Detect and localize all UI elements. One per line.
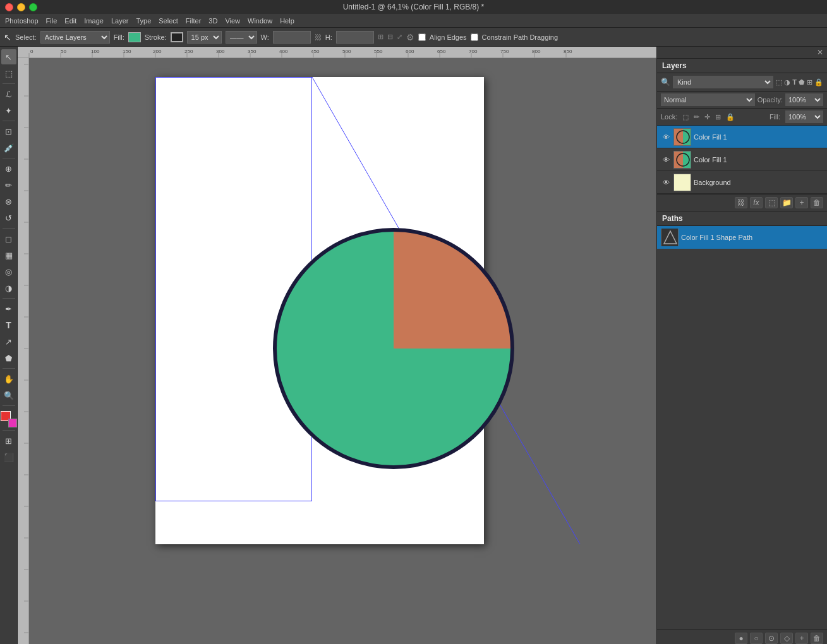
- tool-spot-healing[interactable]: ⊕: [1, 161, 16, 176]
- stroke-type-select[interactable]: ——: [226, 31, 257, 44]
- link-icon: ⛓: [315, 33, 322, 41]
- maximize-button[interactable]: [29, 3, 37, 11]
- tool-history-brush[interactable]: ↺: [1, 210, 16, 225]
- path-fill-btn[interactable]: ●: [735, 633, 747, 644]
- path-delete-btn[interactable]: 🗑: [811, 633, 823, 644]
- tool-extra[interactable]: ⊞: [1, 433, 16, 448]
- lock-position-icon[interactable]: ✛: [704, 113, 710, 121]
- lock-transparency-icon[interactable]: ⬚: [682, 113, 689, 121]
- svg-text:450: 450: [311, 49, 320, 54]
- background-color[interactable]: [8, 419, 17, 427]
- minimize-button[interactable]: [17, 3, 25, 11]
- kind-pixel-icon[interactable]: ⬚: [776, 78, 782, 86]
- tool-blur[interactable]: ◎: [1, 264, 16, 279]
- path-item-0[interactable]: Color Fill 1 Shape Path: [657, 226, 827, 249]
- tool-eyedropper[interactable]: 💉: [1, 140, 16, 155]
- path-thumb-0: [661, 229, 679, 246]
- kind-locked-icon[interactable]: 🔒: [814, 78, 823, 86]
- new-fill-btn[interactable]: ⬚: [765, 197, 778, 208]
- menu-file[interactable]: File: [46, 17, 57, 25]
- tool-pen[interactable]: ✒: [1, 301, 16, 316]
- settings-icon[interactable]: ⚙: [406, 32, 414, 42]
- close-button[interactable]: [5, 3, 13, 11]
- menu-photoshop[interactable]: Photoshop: [5, 17, 39, 25]
- menu-edit[interactable]: Edit: [64, 17, 76, 25]
- tool-separator-4: [3, 228, 15, 229]
- canvas-area[interactable]: [29, 58, 656, 644]
- layer-item-1[interactable]: 👁 Color Fill 1: [657, 148, 827, 171]
- menu-help[interactable]: Help: [280, 17, 294, 25]
- layer-item-0[interactable]: 👁 Color Fill 1: [657, 126, 827, 148]
- w-input[interactable]: 894,56: [273, 31, 311, 44]
- fill-swatch[interactable]: [128, 32, 141, 42]
- tool-zoom[interactable]: 🔍: [1, 388, 16, 403]
- delete-layer-btn[interactable]: 🗑: [811, 197, 823, 208]
- kind-icons: ⬚ ◑ T ⬟ ⊞ 🔒: [776, 78, 823, 86]
- path-mask-btn[interactable]: ◇: [780, 633, 793, 644]
- kind-shape-icon[interactable]: ⬟: [799, 78, 805, 86]
- tool-dodge[interactable]: ◑: [1, 280, 16, 295]
- tool-move[interactable]: ↖: [1, 49, 16, 64]
- tool-hand[interactable]: ✋: [1, 371, 16, 386]
- tool-path-selection[interactable]: ↗: [1, 334, 16, 349]
- tool-marquee[interactable]: ⬚: [1, 66, 16, 81]
- layer-visibility-0[interactable]: 👁: [661, 132, 671, 142]
- new-group-btn[interactable]: 📁: [780, 197, 793, 208]
- lock-all-icon[interactable]: 🔒: [726, 113, 735, 121]
- kind-adjustment-icon[interactable]: ◑: [784, 78, 790, 86]
- color-swatches[interactable]: [1, 411, 17, 427]
- ruler-top-svg: 0 50 100 150 200 250 300 350 400 450 500…: [18, 47, 656, 58]
- menu-select[interactable]: Select: [159, 17, 178, 25]
- kind-type-icon[interactable]: T: [792, 78, 797, 86]
- tool-gradient[interactable]: ▦: [1, 247, 16, 263]
- menu-layer[interactable]: Layer: [111, 17, 129, 25]
- blend-mode-select[interactable]: Normal: [661, 93, 755, 106]
- tool-shape[interactable]: ⬟: [1, 350, 16, 366]
- path-new-btn[interactable]: +: [795, 633, 808, 644]
- tool-extra2[interactable]: ⬛: [1, 450, 16, 465]
- link-layers-btn[interactable]: ⛓: [735, 197, 747, 208]
- layer-visibility-1[interactable]: 👁: [661, 155, 671, 165]
- lock-artboard-icon[interactable]: ⊞: [715, 113, 721, 121]
- tool-crop[interactable]: ⊡: [1, 124, 16, 139]
- tool-type[interactable]: T: [1, 318, 16, 333]
- opacity-select[interactable]: 100%: [785, 93, 823, 106]
- fill-select[interactable]: 100%: [785, 110, 823, 123]
- svg-text:300: 300: [216, 49, 225, 54]
- menu-type[interactable]: Type: [136, 17, 151, 25]
- lock-paint-icon[interactable]: ✏: [694, 113, 699, 121]
- path-stroke-btn[interactable]: ○: [750, 633, 763, 644]
- new-layer-btn[interactable]: +: [795, 197, 808, 208]
- menu-3d[interactable]: 3D: [208, 17, 217, 25]
- menu-view[interactable]: View: [225, 17, 240, 25]
- align-edges-checkbox[interactable]: [418, 33, 426, 41]
- layer-label-2: Background: [694, 179, 823, 186]
- layer-item-2[interactable]: 👁 Background: [657, 171, 827, 194]
- path-load-btn[interactable]: ⊙: [765, 633, 778, 644]
- tool-magic-wand[interactable]: ✦: [1, 103, 16, 118]
- select-mode-dropdown[interactable]: Active Layers: [40, 31, 110, 44]
- h-input[interactable]: 1100,06: [336, 31, 374, 44]
- kind-select[interactable]: Kind: [673, 76, 773, 88]
- svg-text:800: 800: [532, 49, 541, 54]
- tool-eraser[interactable]: ◻: [1, 231, 16, 246]
- paths-panel-title: Paths: [662, 214, 683, 223]
- svg-text:550: 550: [374, 49, 383, 54]
- menu-image[interactable]: Image: [84, 17, 104, 25]
- menu-window[interactable]: Window: [248, 17, 272, 25]
- lock-row: Lock: ⬚ ✏ ✛ ⊞ 🔒 Fill: 100%: [657, 109, 827, 126]
- stroke-size-select[interactable]: 15 px: [187, 31, 222, 44]
- panel-close-icon[interactable]: ✕: [817, 48, 823, 57]
- layer-visibility-2[interactable]: 👁: [661, 177, 671, 188]
- search-icon: 🔍: [661, 78, 670, 86]
- main-layout: ↖ ⬚ ℒ ✦ ⊡ 💉 ⊕ ✏ ⊗ ↺ ◻ ▦ ◎ ◑ ✒ T ↗ ⬟ ✋ 🔍 …: [0, 47, 827, 644]
- tool-brush[interactable]: ✏: [1, 177, 16, 193]
- stroke-swatch[interactable]: [171, 32, 183, 42]
- kind-smart-icon[interactable]: ⊞: [807, 78, 812, 86]
- fx-btn[interactable]: fx: [750, 197, 763, 208]
- menu-filter[interactable]: Filter: [186, 17, 201, 25]
- svg-text:650: 650: [437, 49, 446, 54]
- tool-lasso[interactable]: ℒ: [1, 86, 16, 102]
- constrain-path-checkbox[interactable]: [471, 33, 478, 41]
- tool-clone-stamp[interactable]: ⊗: [1, 194, 16, 209]
